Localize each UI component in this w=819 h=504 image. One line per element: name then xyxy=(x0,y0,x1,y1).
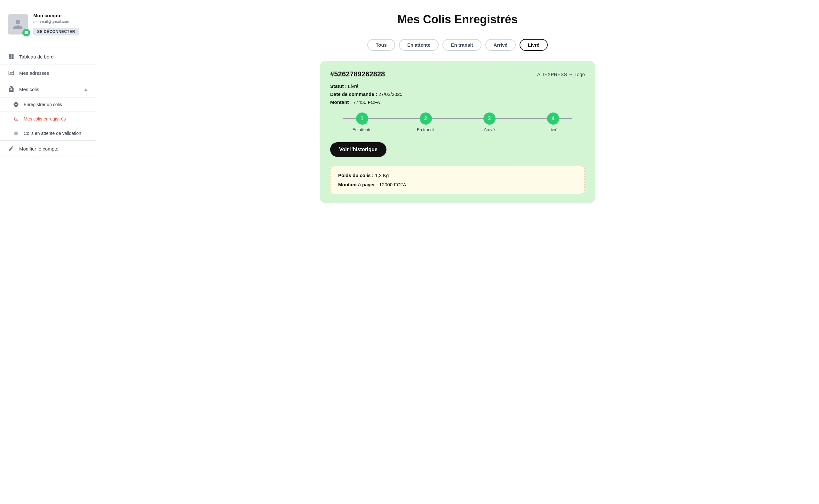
sidebar-item-mes-adresses[interactable]: Mes adresses xyxy=(0,65,96,81)
amount-info: Montant : 77450 FCFA xyxy=(330,99,585,105)
package-card: #5262789262828 ALIEXPRESS → Togo Statut … xyxy=(320,61,595,203)
user-icon xyxy=(12,19,24,30)
chevron-up-icon: ▲ xyxy=(83,87,88,92)
origin: ALIEXPRESS xyxy=(537,72,567,77)
step-circle-3: 3 xyxy=(483,112,495,125)
profile-section: Mon compte monmail@gmail.com SE DÉCONNEC… xyxy=(0,8,96,43)
order-date-info: Date de commande : 27/02/2025 xyxy=(330,91,585,97)
sidebar-item-label: Mes adresses xyxy=(19,70,49,76)
sidebar-sub-item-colis-attente[interactable]: Colis en attente de validation xyxy=(0,126,96,141)
sidebar-sub-item-enregistrer[interactable]: Enregistrer un colis xyxy=(0,97,96,112)
weight-value: 1,2 Kg xyxy=(375,173,389,178)
card-header: #5262789262828 ALIEXPRESS → Togo xyxy=(330,70,585,78)
profile-name: Mon compte xyxy=(33,13,79,18)
step-1: 1 En attente xyxy=(330,112,394,132)
avatar-wrapper xyxy=(8,14,28,35)
sidebar-item-label: Modifier le compte xyxy=(19,146,58,151)
status-label: Statut : xyxy=(330,83,347,89)
destination: Togo xyxy=(574,72,585,77)
sidebar-divider xyxy=(0,46,96,46)
sidebar-item-label: Tableau de bord xyxy=(19,54,54,59)
weight-label: Poids du colis : xyxy=(338,173,374,178)
sidebar-sub-item-mes-colis-enregistres[interactable]: Mes colis enregistrés xyxy=(0,112,96,126)
camera-badge[interactable] xyxy=(22,29,30,36)
step-circle-1: 1 xyxy=(356,112,368,125)
payment-label: Montant à payer : xyxy=(338,182,378,187)
step-label-4: Livré xyxy=(548,127,557,132)
sidebar-item-mes-colis[interactable]: Mes colis ▲ xyxy=(0,81,96,97)
filter-tab-livre[interactable]: Livré xyxy=(519,39,548,51)
history-icon xyxy=(13,116,19,122)
payment-info: Montant à payer : 12000 FCFA xyxy=(338,182,577,187)
step-3: 3 Arrivé xyxy=(457,112,521,132)
sub-item-label: Mes colis enregistrés xyxy=(24,116,66,121)
svg-rect-0 xyxy=(10,72,13,73)
route: ALIEXPRESS → Togo xyxy=(537,72,585,77)
profile-info: Mon compte monmail@gmail.com SE DÉCONNEC… xyxy=(33,13,79,35)
filter-tab-en-transit[interactable]: En transit xyxy=(442,39,481,51)
step-label-1: En attente xyxy=(353,127,371,132)
step-2: 2 En transit xyxy=(394,112,457,132)
sub-item-label: Enregistrer un colis xyxy=(24,102,62,107)
route-arrow: → xyxy=(568,72,574,77)
stepper: 1 En attente 2 En transit 3 Arrivé 4 Liv… xyxy=(330,112,585,132)
payment-value: 12000 FCFA xyxy=(379,182,406,187)
sidebar-item-label: Mes colis xyxy=(19,87,39,92)
weight-info: Poids du colis : 1,2 Kg xyxy=(338,173,577,178)
step-label-2: En transit xyxy=(417,127,434,132)
order-date-value: 27/02/2025 xyxy=(378,91,402,97)
address-icon xyxy=(8,69,15,76)
amount-value: 77450 FCFA xyxy=(353,99,380,105)
sidebar-item-modifier-compte[interactable]: Modifier le compte xyxy=(0,141,96,157)
camera-icon xyxy=(24,30,28,35)
pause-icon xyxy=(13,130,19,136)
colis-icon xyxy=(8,86,15,93)
filter-tab-tous[interactable]: Tous xyxy=(367,39,395,51)
dashboard-icon xyxy=(8,53,15,60)
step-4: 4 Livré xyxy=(521,112,585,132)
step-circle-4: 4 xyxy=(547,112,559,125)
tracking-number: #5262789262828 xyxy=(330,70,385,78)
sidebar: Mon compte monmail@gmail.com SE DÉCONNEC… xyxy=(0,0,96,504)
filter-tab-arrive[interactable]: Arrivé xyxy=(485,39,516,51)
status-info: Statut : Livré xyxy=(330,83,585,89)
amount-label: Montant : xyxy=(330,99,352,105)
status-value: Livré xyxy=(348,83,359,89)
plus-icon xyxy=(13,101,19,108)
svg-rect-1 xyxy=(10,73,12,74)
filter-tabs: Tous En attente En transit Arrivé Livré xyxy=(115,39,800,51)
sub-item-label: Colis en attente de validation xyxy=(24,131,81,136)
extra-info: Poids du colis : 1,2 Kg Montant à payer … xyxy=(330,166,585,194)
sidebar-item-tableau-de-bord[interactable]: Tableau de bord xyxy=(0,49,96,65)
page-title: Mes Colis Enregistrés xyxy=(115,13,800,26)
edit-icon xyxy=(8,145,15,152)
logout-button[interactable]: SE DÉCONNECTER xyxy=(33,28,79,35)
filter-tab-en-attente[interactable]: En attente xyxy=(399,39,439,51)
step-label-3: Arrivé xyxy=(484,127,495,132)
history-button[interactable]: Voir l'historique xyxy=(330,142,386,157)
main-content: Mes Colis Enregistrés Tous En attente En… xyxy=(96,0,819,504)
profile-email: monmail@gmail.com xyxy=(33,19,79,24)
step-circle-2: 2 xyxy=(420,112,432,125)
order-date-label: Date de commande : xyxy=(330,91,377,97)
